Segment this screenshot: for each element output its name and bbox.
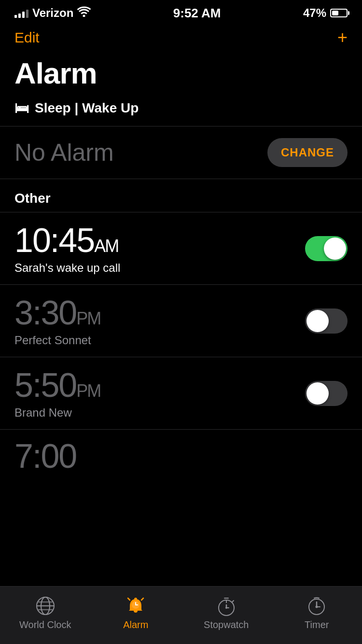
carrier-label: Verizon [32,6,73,20]
battery-icon [330,9,348,17]
alarm-info: 5:50PM Brand New [14,367,100,420]
world-clock-label: World Clock [19,619,71,630]
status-right: 47% [303,6,348,20]
wifi-icon [77,6,91,20]
no-alarm-row: No Alarm CHANGE [0,126,362,179]
alarm-item-partial: 7:00 [0,430,362,473]
alarm-time: 5:50PM [14,367,100,404]
sleep-section: 🛏 Sleep | Wake Up [0,100,362,126]
tab-alarm[interactable]: Alarm [107,595,165,630]
alarm-toggle[interactable] [305,308,348,334]
alarm-label: Brand New [14,406,100,420]
svg-line-17 [232,601,234,602]
battery-percent: 47% [303,6,326,20]
page-title: Alarm [0,51,362,100]
header: Edit + [0,24,362,51]
alarm-item[interactable]: 3:30PM Perfect Sonnet [0,285,362,357]
svg-line-9 [128,598,130,600]
alarm-item[interactable]: 5:50PM Brand New [0,357,362,430]
stopwatch-icon [216,595,237,616]
bed-icon: 🛏 [14,100,29,116]
change-button[interactable]: CHANGE [267,138,348,167]
alarm-label: Alarm [123,619,148,630]
stopwatch-label: Stopwatch [204,619,249,630]
alarm-time: 10:45AM [14,222,120,259]
alarm-label: Sarah's wake up call [14,261,120,275]
signal-icon [14,8,28,18]
sleep-header: 🛏 Sleep | Wake Up [14,100,348,116]
toggle-knob [306,310,329,332]
alarm-item[interactable]: 10:45AM Sarah's wake up call [0,212,362,285]
svg-point-5 [134,598,137,601]
svg-line-10 [141,598,143,600]
no-alarm-text: No Alarm [14,139,114,167]
status-bar: Verizon 9:52 AM 47% [0,0,362,24]
svg-point-19 [316,606,318,608]
timer-icon [306,595,327,616]
alarm-label: Perfect Sonnet [14,334,100,347]
partial-alarm-time: 7:00 [14,439,76,473]
status-left: Verizon [14,6,91,20]
world-clock-icon [35,595,56,616]
toggle-knob [324,238,346,260]
tab-bar: World Clock Alarm [0,586,362,644]
alarm-icon [125,595,146,616]
alarm-toggle[interactable] [305,236,348,261]
edit-button[interactable]: Edit [14,29,40,46]
alarm-info: 3:30PM Perfect Sonnet [14,294,100,347]
status-time: 9:52 AM [173,6,221,21]
alarm-info: 10:45AM Sarah's wake up call [14,222,120,275]
alarm-toggle[interactable] [305,381,348,406]
tab-timer[interactable]: Timer [288,595,346,630]
sleep-label: Sleep | Wake Up [35,100,139,116]
timer-label: Timer [305,619,329,630]
other-section-label: Other [0,179,362,212]
toggle-knob [306,382,329,405]
add-alarm-button[interactable]: + [337,29,348,46]
tab-world-clock[interactable]: World Clock [16,595,74,630]
tab-stopwatch[interactable]: Stopwatch [197,595,255,630]
alarm-time: 3:30PM [14,294,100,332]
svg-point-15 [225,607,227,609]
